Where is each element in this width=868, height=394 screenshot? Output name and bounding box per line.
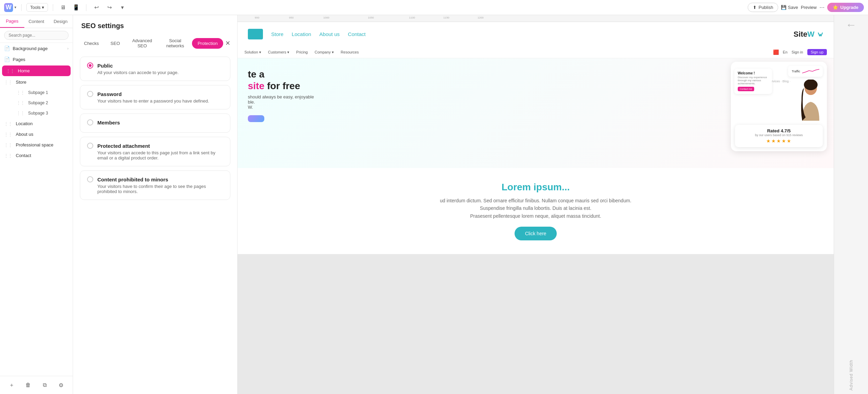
- divider3: [86, 4, 86, 11]
- sidebar-search-container: [0, 28, 73, 43]
- sidebar-item-store[interactable]: ⋮⋮ Store: [0, 77, 73, 87]
- advised-width-arrow-icon[interactable]: ←: [846, 19, 857, 31]
- seo-option-password[interactable]: Password Your visitors have to enter a p…: [80, 85, 230, 109]
- hero-title: te asite for free: [248, 69, 536, 92]
- click-here-button[interactable]: Click here: [515, 227, 556, 240]
- traffic-label: Traffic: [792, 70, 800, 73]
- preview-button[interactable]: Preview: [801, 5, 817, 10]
- sidebar-item-home[interactable]: ⋮⋮ Home: [2, 65, 71, 76]
- logo-chevron-icon[interactable]: ▾: [14, 5, 16, 10]
- delete-page-button[interactable]: 🗑: [23, 380, 34, 391]
- sidebar: Pages Content Design 📄 Background page ›…: [0, 15, 73, 394]
- subnav-signup-button[interactable]: Sign up: [807, 49, 827, 55]
- redo-button[interactable]: ↪: [104, 2, 114, 13]
- hero-cta-button[interactable]: [248, 115, 264, 122]
- card-nav-links: Home page · About us · Services · Blog ·…: [735, 80, 796, 122]
- mobile-view-button[interactable]: 📱: [71, 2, 81, 13]
- undo-button[interactable]: ↩: [91, 2, 101, 13]
- subnav-customers[interactable]: Customers ▾: [268, 50, 289, 55]
- seo-tab-seo[interactable]: SEO: [105, 38, 125, 49]
- subnav-resources[interactable]: Resources: [341, 50, 359, 54]
- sidebar-item-location[interactable]: ⋮⋮ Location: [0, 118, 73, 129]
- canvas-area: 900 950 1000 1050 1100 1150 1200: [238, 15, 834, 394]
- sidebar-item-subpage2[interactable]: ⋮⋮ Subpage 2: [12, 98, 73, 108]
- sidebar-item-professional-space[interactable]: ⋮⋮ Professional space: [0, 140, 73, 150]
- svg-rect-8: [253, 31, 255, 33]
- more-options-button[interactable]: ···: [819, 4, 824, 11]
- drag-icon: ⋮⋮: [4, 80, 12, 85]
- nav-link-about[interactable]: About us: [320, 31, 340, 37]
- nav-link-store[interactable]: Store: [271, 31, 284, 37]
- seo-option-protected[interactable]: Protected attachment Your visitors can a…: [80, 137, 230, 166]
- drag-icon: ⋮⋮: [4, 143, 12, 147]
- seo-tabs: Checks SEO Advanced SEO Social networks …: [73, 35, 237, 51]
- seo-tab-advanced[interactable]: Advanced SEO: [126, 35, 158, 51]
- subnav-lang[interactable]: En: [783, 50, 787, 54]
- svg-rect-11: [256, 34, 258, 36]
- seo-option-members[interactable]: Members: [80, 114, 230, 133]
- app-logo: W ▾: [4, 3, 16, 12]
- tab-design[interactable]: Design: [48, 15, 73, 28]
- desktop-view-button[interactable]: 🖥: [58, 2, 68, 13]
- seo-option-public-header: Public: [87, 62, 223, 69]
- seo-tab-checks[interactable]: Checks: [79, 38, 104, 49]
- seo-option-public[interactable]: Public All your visitors can accede to y…: [80, 57, 230, 81]
- tab-content[interactable]: Content: [24, 15, 49, 28]
- drag-icon: ⋮⋮: [6, 69, 14, 73]
- history-button[interactable]: ▾: [117, 2, 128, 13]
- nav-link-location[interactable]: Location: [292, 31, 311, 37]
- seo-option-public-label: Public: [97, 63, 113, 69]
- page-icon: 📄: [4, 46, 10, 51]
- settings-button[interactable]: ⚙: [56, 380, 67, 391]
- save-icon: 💾: [781, 5, 786, 10]
- sidebar-item-about-us[interactable]: ⋮⋮ About us: [0, 129, 73, 140]
- save-button[interactable]: 💾 Save: [781, 5, 798, 10]
- sidebar-item-subpage1[interactable]: ⋮⋮ Subpage 1: [12, 87, 73, 98]
- topbar-left: W ▾ Tools ▾ 🖥 📱 ↩ ↪ ▾: [4, 2, 128, 13]
- card-person-area: [799, 80, 823, 122]
- sidebar-item-subpage3[interactable]: ⋮⋮ Subpage 3: [12, 108, 73, 118]
- hero-text: te asite for free should always be easy,…: [248, 69, 536, 123]
- canvas-wrapper[interactable]: Store Location About us Contact SiteW So…: [238, 22, 834, 394]
- tools-button[interactable]: Tools ▾: [26, 3, 48, 12]
- preview-nav-links: Store Location About us Contact: [248, 29, 366, 39]
- nav-link-home[interactable]: [248, 29, 263, 39]
- subnav-signin[interactable]: Sign in: [792, 50, 803, 54]
- duplicate-page-button[interactable]: ⧉: [39, 380, 50, 391]
- topbar: W ▾ Tools ▾ 🖥 📱 ↩ ↪ ▾ ⬆ Publish 💾 Save P…: [0, 0, 868, 15]
- main-layout: Pages Content Design 📄 Background page ›…: [0, 15, 868, 394]
- seo-tab-social[interactable]: Social networks: [159, 35, 191, 51]
- traffic-widget: Traffic: [788, 66, 823, 77]
- subnav-company[interactable]: Company ▾: [315, 50, 334, 55]
- welcome-title: Welcome !: [738, 71, 769, 75]
- subnav-solution[interactable]: Solution ▾: [244, 50, 261, 55]
- contact-me-button[interactable]: Contact me: [738, 87, 754, 91]
- svg-rect-10: [253, 34, 255, 36]
- drag-icon: ⋮⋮: [4, 132, 12, 137]
- publish-button[interactable]: ⬆ Publish: [748, 3, 779, 12]
- seo-option-minors-desc: Your visitors have to confirm their age …: [97, 184, 223, 194]
- search-input[interactable]: [4, 31, 69, 40]
- svg-rect-9: [256, 31, 258, 33]
- seo-option-minors[interactable]: Content prohibited to minors Your visito…: [80, 170, 230, 200]
- sidebar-item-label: Home: [18, 68, 30, 73]
- subnav-pricing[interactable]: Pricing: [296, 50, 308, 54]
- seo-panel-title: SEO settings: [73, 15, 237, 35]
- upgrade-button[interactable]: ⭐ Upgrade: [827, 3, 864, 12]
- card-body: Home page · About us · Services · Blog ·…: [735, 80, 823, 122]
- sidebar-item-label: About us: [16, 132, 33, 137]
- add-page-button[interactable]: ＋: [6, 380, 17, 391]
- drag-icon: ⋮⋮: [4, 153, 12, 158]
- sidebar-item-pages[interactable]: 📄 Pages: [0, 54, 73, 65]
- sidebar-item-contact[interactable]: ⋮⋮ Contact: [0, 150, 73, 161]
- logo-icon: W: [4, 3, 13, 12]
- seo-tab-protection[interactable]: Protection: [192, 38, 223, 49]
- sidebar-item-background-page[interactable]: 📄 Background page ›: [0, 43, 73, 54]
- nav-link-contact[interactable]: Contact: [348, 31, 366, 37]
- sidebar-item-label: Subpage 3: [28, 111, 48, 116]
- seo-close-button[interactable]: ✕: [224, 39, 232, 47]
- seo-option-public-desc: All your visitors can accede to your pag…: [97, 70, 223, 75]
- welcome-sub: Discover my experiencethrough my various…: [738, 76, 769, 85]
- tab-pages[interactable]: Pages: [0, 15, 24, 28]
- seo-option-password-label: Password: [97, 91, 122, 97]
